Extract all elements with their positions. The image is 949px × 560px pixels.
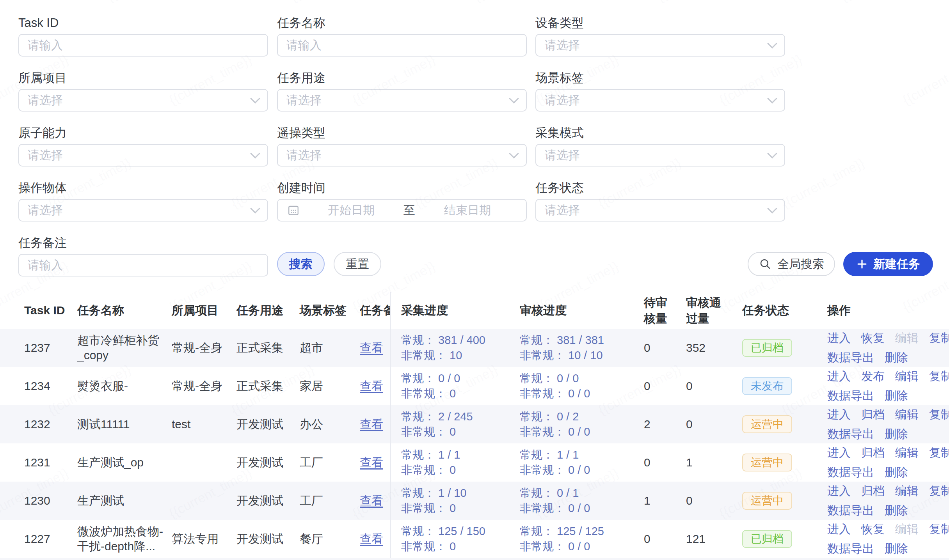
- operate-object-select[interactable]: 请选择: [18, 199, 268, 222]
- op-copy-link[interactable]: 复制: [929, 445, 949, 460]
- op-archive-link[interactable]: 归档: [861, 484, 885, 498]
- view-remark-link[interactable]: 查看: [360, 417, 383, 432]
- row-actions: 进入恢复编辑复制数据导出删除: [827, 329, 949, 367]
- task-remark-input[interactable]: [28, 259, 259, 272]
- op-delete-link[interactable]: 删除: [885, 541, 908, 556]
- op-edit-link[interactable]: 编辑: [895, 484, 919, 498]
- op-enter-link[interactable]: 进入: [827, 484, 851, 498]
- cell-scene: 家居: [300, 367, 350, 405]
- op-edit-link[interactable]: 编辑: [895, 369, 919, 384]
- view-remark-link[interactable]: 查看: [360, 455, 383, 470]
- op-copy-link[interactable]: 复制: [929, 484, 949, 498]
- cell-project: test: [172, 405, 222, 443]
- review-regular: 常规： 381 / 381: [520, 333, 604, 348]
- collect-progress: 常规： 125 / 150 非常规： 0: [401, 524, 485, 554]
- create-time-range-picker[interactable]: 开始日期 至 结束日期: [277, 199, 527, 222]
- op-copy-link[interactable]: 复制: [929, 407, 949, 422]
- op-archive-link[interactable]: 归档: [861, 407, 885, 422]
- op-restore-link[interactable]: 恢复: [861, 331, 885, 346]
- op-copy-link[interactable]: 复制: [929, 522, 949, 537]
- header-project: 所属项目: [172, 292, 222, 329]
- cell-approved-count: 0: [686, 405, 733, 443]
- filter-task-name-label: 任务名称: [277, 16, 527, 30]
- chevron-down-icon: [767, 149, 777, 158]
- cell-project: 算法专用: [172, 520, 222, 558]
- cell-project: [172, 482, 222, 520]
- fixed-column-divider: [390, 292, 391, 560]
- create-task-label: 新建任务: [873, 256, 920, 272]
- op-enter-link[interactable]: 进入: [827, 331, 851, 346]
- op-copy-link[interactable]: 复制: [929, 369, 949, 384]
- header-actions: 操作: [827, 292, 949, 329]
- start-date-placeholder[interactable]: 开始日期: [302, 202, 400, 218]
- op-delete-link[interactable]: 删除: [885, 503, 908, 518]
- plus-icon: [856, 258, 868, 270]
- op-export-link[interactable]: 数据导出: [827, 427, 874, 441]
- task-name-input-box[interactable]: [277, 34, 527, 57]
- op-edit-link: 编辑: [895, 522, 919, 537]
- search-button[interactable]: 搜索: [277, 252, 325, 276]
- op-export-link[interactable]: 数据导出: [827, 503, 874, 518]
- task-name-input[interactable]: [286, 39, 517, 52]
- end-date-placeholder[interactable]: 结束日期: [418, 202, 517, 218]
- filter-device-type-label: 设备类型: [535, 16, 785, 30]
- row-actions: 进入恢复编辑复制数据导出删除: [827, 520, 949, 558]
- op-delete-link[interactable]: 删除: [885, 427, 908, 441]
- view-remark-link[interactable]: 查看: [360, 493, 383, 508]
- review-regular: 常规： 1 / 1: [520, 447, 579, 463]
- header-collect: 采集进度: [401, 292, 515, 329]
- task-status-select[interactable]: 请选择: [535, 199, 785, 222]
- chevron-down-icon: [509, 94, 519, 103]
- header-pending: 待审核量: [644, 292, 670, 329]
- op-enter-link[interactable]: 进入: [827, 407, 851, 422]
- header-status: 任务状态: [742, 292, 824, 329]
- op-edit-link[interactable]: 编辑: [895, 407, 919, 422]
- create-task-button[interactable]: 新建任务: [843, 252, 933, 276]
- op-copy-link[interactable]: 复制: [929, 331, 949, 346]
- op-restore-link[interactable]: 恢复: [861, 522, 885, 537]
- collect-regular: 常规： 125 / 150: [401, 524, 485, 539]
- watermark-text: {{current_time}}: [0, 0, 9, 5]
- op-delete-link[interactable]: 删除: [885, 350, 908, 365]
- task-remark-input-box[interactable]: [18, 254, 268, 276]
- filter-teleop-type-label: 遥操类型: [277, 126, 527, 140]
- reset-button[interactable]: 重置: [334, 252, 381, 276]
- cell-purpose: 开发测试: [236, 443, 291, 482]
- op-edit-link[interactable]: 编辑: [895, 445, 919, 460]
- op-archive-link[interactable]: 归档: [861, 445, 885, 460]
- purpose-select[interactable]: 请选择: [277, 89, 527, 112]
- filter-atomic-ability-label: 原子能力: [18, 126, 268, 140]
- cell-pending-count: 0: [644, 520, 691, 558]
- scene-tag-select[interactable]: 请选择: [535, 89, 785, 112]
- op-publish-link[interactable]: 发布: [861, 369, 885, 384]
- op-delete-link[interactable]: 删除: [885, 388, 908, 403]
- teleop-type-select[interactable]: 请选择: [277, 144, 527, 167]
- header-remark: 任务备注: [360, 292, 391, 329]
- global-search-button[interactable]: 全局搜索: [748, 252, 835, 276]
- task-id-input-box[interactable]: [18, 34, 268, 57]
- collect-regular: 常规： 381 / 400: [401, 333, 485, 348]
- op-enter-link[interactable]: 进入: [827, 445, 851, 460]
- project-select[interactable]: 请选择: [18, 89, 268, 112]
- op-export-link[interactable]: 数据导出: [827, 388, 874, 403]
- device-type-select[interactable]: 请选择: [535, 34, 785, 57]
- op-export-link[interactable]: 数据导出: [827, 541, 874, 556]
- view-remark-link[interactable]: 查看: [360, 379, 383, 393]
- cell-scene: 工厂: [300, 482, 350, 520]
- view-remark-link[interactable]: 查看: [360, 532, 383, 546]
- task-id-input[interactable]: [28, 39, 259, 52]
- cell-purpose: 开发测试: [236, 520, 291, 558]
- op-export-link[interactable]: 数据导出: [827, 465, 874, 480]
- table-body: 1237 超市冷鲜柜补货_copy 常规-全身 正式采集 超市 查看 常规： 3…: [0, 329, 949, 558]
- status-badge: 已归档: [742, 339, 792, 357]
- op-delete-link[interactable]: 删除: [885, 465, 908, 480]
- collect-mode-select[interactable]: 请选择: [535, 144, 785, 167]
- op-enter-link[interactable]: 进入: [827, 522, 851, 537]
- op-export-link[interactable]: 数据导出: [827, 350, 874, 365]
- view-remark-link[interactable]: 查看: [360, 340, 383, 355]
- op-enter-link[interactable]: 进入: [827, 369, 851, 384]
- header-scene: 场景标签: [300, 292, 350, 329]
- watermark-text: {{current_time}}: [471, 0, 558, 5]
- atomic-ability-select[interactable]: 请选择: [18, 144, 268, 167]
- table-row: 1230 生产测试 开发测试 工厂 查看 常规： 1 / 10 非常规： 0 常…: [0, 482, 949, 520]
